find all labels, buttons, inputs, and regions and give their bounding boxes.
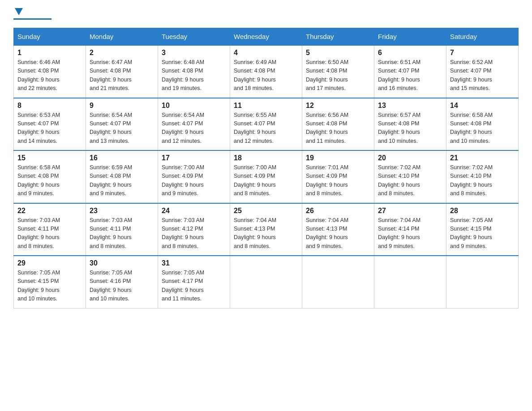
day-info: Sunrise: 6:54 AMSunset: 4:07 PMDaylight:… xyxy=(90,112,132,144)
calendar-table: SundayMondayTuesdayWednesdayThursdayFrid… xyxy=(13,28,519,308)
calendar-cell: 26 Sunrise: 7:04 AMSunset: 4:13 PMDaylig… xyxy=(302,203,374,256)
day-info: Sunrise: 6:49 AMSunset: 4:08 PMDaylight:… xyxy=(234,59,276,91)
day-number: 15 xyxy=(17,154,82,162)
calendar-week-5: 29 Sunrise: 7:05 AMSunset: 4:15 PMDaylig… xyxy=(14,256,519,308)
day-number: 22 xyxy=(17,207,82,215)
day-number: 23 xyxy=(90,207,154,215)
day-info: Sunrise: 7:05 AMSunset: 4:16 PMDaylight:… xyxy=(90,270,132,302)
calendar-cell: 9 Sunrise: 6:54 AMSunset: 4:07 PMDayligh… xyxy=(86,98,158,151)
calendar-cell: 12 Sunrise: 6:56 AMSunset: 4:08 PMDaylig… xyxy=(302,98,374,151)
day-number: 7 xyxy=(450,49,515,57)
logo xyxy=(13,9,51,20)
header-day-saturday: Saturday xyxy=(446,28,519,46)
day-info: Sunrise: 6:55 AMSunset: 4:07 PMDaylight:… xyxy=(234,112,276,144)
day-number: 4 xyxy=(234,49,298,57)
day-number: 3 xyxy=(162,49,226,57)
day-number: 31 xyxy=(162,259,226,267)
calendar-week-3: 15 Sunrise: 6:58 AMSunset: 4:08 PMDaylig… xyxy=(14,150,519,203)
day-info: Sunrise: 7:04 AMSunset: 4:13 PMDaylight:… xyxy=(306,217,348,249)
header-day-sunday: Sunday xyxy=(14,28,86,46)
calendar-cell: 31 Sunrise: 7:05 AMSunset: 4:17 PMDaylig… xyxy=(158,256,230,308)
day-info: Sunrise: 6:54 AMSunset: 4:07 PMDaylight:… xyxy=(162,112,204,144)
calendar-cell: 1 Sunrise: 6:46 AMSunset: 4:08 PMDayligh… xyxy=(14,45,86,98)
day-info: Sunrise: 6:58 AMSunset: 4:08 PMDaylight:… xyxy=(450,112,493,144)
day-number: 21 xyxy=(450,154,515,162)
day-number: 14 xyxy=(450,102,515,110)
calendar-cell: 6 Sunrise: 6:51 AMSunset: 4:07 PMDayligh… xyxy=(374,45,446,98)
day-info: Sunrise: 6:56 AMSunset: 4:08 PMDaylight:… xyxy=(306,112,348,144)
day-info: Sunrise: 6:53 AMSunset: 4:07 PMDaylight:… xyxy=(17,112,60,144)
calendar-cell: 28 Sunrise: 7:05 AMSunset: 4:15 PMDaylig… xyxy=(446,203,519,256)
day-info: Sunrise: 7:05 AMSunset: 4:17 PMDaylight:… xyxy=(162,270,204,302)
calendar-header: SundayMondayTuesdayWednesdayThursdayFrid… xyxy=(14,28,519,46)
day-number: 26 xyxy=(306,207,370,215)
day-info: Sunrise: 6:47 AMSunset: 4:08 PMDaylight:… xyxy=(90,59,132,91)
day-info: Sunrise: 7:05 AMSunset: 4:15 PMDaylight:… xyxy=(17,270,60,302)
day-info: Sunrise: 6:46 AMSunset: 4:08 PMDaylight:… xyxy=(17,59,60,91)
day-info: Sunrise: 7:00 AMSunset: 4:09 PMDaylight:… xyxy=(162,164,204,197)
day-info: Sunrise: 6:58 AMSunset: 4:08 PMDaylight:… xyxy=(17,164,60,197)
day-info: Sunrise: 7:00 AMSunset: 4:09 PMDaylight:… xyxy=(234,164,276,197)
day-info: Sunrise: 7:02 AMSunset: 4:10 PMDaylight:… xyxy=(450,164,493,197)
calendar-cell: 7 Sunrise: 6:52 AMSunset: 4:07 PMDayligh… xyxy=(446,45,519,98)
day-info: Sunrise: 7:05 AMSunset: 4:15 PMDaylight:… xyxy=(450,217,493,249)
calendar-cell: 30 Sunrise: 7:05 AMSunset: 4:16 PMDaylig… xyxy=(86,256,158,308)
day-number: 9 xyxy=(90,102,154,110)
calendar-week-4: 22 Sunrise: 7:03 AMSunset: 4:11 PMDaylig… xyxy=(14,203,519,256)
calendar-cell: 22 Sunrise: 7:03 AMSunset: 4:11 PMDaylig… xyxy=(14,203,86,256)
day-number: 25 xyxy=(234,207,298,215)
day-info: Sunrise: 6:48 AMSunset: 4:08 PMDaylight:… xyxy=(162,59,204,91)
calendar-cell: 14 Sunrise: 6:58 AMSunset: 4:08 PMDaylig… xyxy=(446,98,519,151)
calendar-cell: 27 Sunrise: 7:04 AMSunset: 4:14 PMDaylig… xyxy=(374,203,446,256)
calendar-cell: 4 Sunrise: 6:49 AMSunset: 4:08 PMDayligh… xyxy=(230,45,302,98)
day-number: 18 xyxy=(234,154,298,162)
calendar-cell: 8 Sunrise: 6:53 AMSunset: 4:07 PMDayligh… xyxy=(14,98,86,151)
day-info: Sunrise: 7:03 AMSunset: 4:11 PMDaylight:… xyxy=(17,217,60,249)
day-number: 10 xyxy=(162,102,226,110)
calendar-cell: 19 Sunrise: 7:01 AMSunset: 4:09 PMDaylig… xyxy=(302,150,374,203)
calendar-cell: 18 Sunrise: 7:00 AMSunset: 4:09 PMDaylig… xyxy=(230,150,302,203)
calendar-cell: 24 Sunrise: 7:03 AMSunset: 4:12 PMDaylig… xyxy=(158,203,230,256)
day-number: 12 xyxy=(306,102,370,110)
calendar-cell: 15 Sunrise: 6:58 AMSunset: 4:08 PMDaylig… xyxy=(14,150,86,203)
day-number: 16 xyxy=(90,154,154,162)
calendar-cell: 20 Sunrise: 7:02 AMSunset: 4:10 PMDaylig… xyxy=(374,150,446,203)
day-info: Sunrise: 7:03 AMSunset: 4:12 PMDaylight:… xyxy=(162,217,204,249)
day-number: 17 xyxy=(162,154,226,162)
day-info: Sunrise: 7:04 AMSunset: 4:13 PMDaylight:… xyxy=(234,217,276,249)
calendar-cell: 3 Sunrise: 6:48 AMSunset: 4:08 PMDayligh… xyxy=(158,45,230,98)
header-day-tuesday: Tuesday xyxy=(158,28,230,46)
day-info: Sunrise: 7:04 AMSunset: 4:14 PMDaylight:… xyxy=(378,217,420,249)
calendar-cell xyxy=(230,256,302,308)
calendar-week-1: 1 Sunrise: 6:46 AMSunset: 4:08 PMDayligh… xyxy=(14,45,519,98)
calendar-cell: 17 Sunrise: 7:00 AMSunset: 4:09 PMDaylig… xyxy=(158,150,230,203)
header-day-thursday: Thursday xyxy=(302,28,374,46)
calendar-cell: 10 Sunrise: 6:54 AMSunset: 4:07 PMDaylig… xyxy=(158,98,230,151)
header-day-wednesday: Wednesday xyxy=(230,28,302,46)
logo-line xyxy=(13,18,51,20)
day-number: 20 xyxy=(378,154,442,162)
day-number: 5 xyxy=(306,49,370,57)
day-number: 27 xyxy=(378,207,442,215)
header-day-monday: Monday xyxy=(86,28,158,46)
day-number: 13 xyxy=(378,102,442,110)
day-number: 2 xyxy=(90,49,154,57)
calendar-cell xyxy=(374,256,446,308)
day-number: 30 xyxy=(90,259,154,267)
day-number: 28 xyxy=(450,207,515,215)
day-info: Sunrise: 6:57 AMSunset: 4:08 PMDaylight:… xyxy=(378,112,420,144)
day-number: 29 xyxy=(17,259,82,267)
day-number: 8 xyxy=(17,102,82,110)
calendar-week-2: 8 Sunrise: 6:53 AMSunset: 4:07 PMDayligh… xyxy=(14,98,519,151)
day-info: Sunrise: 7:02 AMSunset: 4:10 PMDaylight:… xyxy=(378,164,420,197)
calendar-cell: 2 Sunrise: 6:47 AMSunset: 4:08 PMDayligh… xyxy=(86,45,158,98)
calendar-cell: 11 Sunrise: 6:55 AMSunset: 4:07 PMDaylig… xyxy=(230,98,302,151)
day-number: 24 xyxy=(162,207,226,215)
day-info: Sunrise: 6:51 AMSunset: 4:07 PMDaylight:… xyxy=(378,59,420,91)
day-info: Sunrise: 7:03 AMSunset: 4:11 PMDaylight:… xyxy=(90,217,132,249)
calendar-cell: 25 Sunrise: 7:04 AMSunset: 4:13 PMDaylig… xyxy=(230,203,302,256)
header-day-friday: Friday xyxy=(374,28,446,46)
calendar-cell: 23 Sunrise: 7:03 AMSunset: 4:11 PMDaylig… xyxy=(86,203,158,256)
day-info: Sunrise: 6:50 AMSunset: 4:08 PMDaylight:… xyxy=(306,59,348,91)
calendar-cell: 5 Sunrise: 6:50 AMSunset: 4:08 PMDayligh… xyxy=(302,45,374,98)
